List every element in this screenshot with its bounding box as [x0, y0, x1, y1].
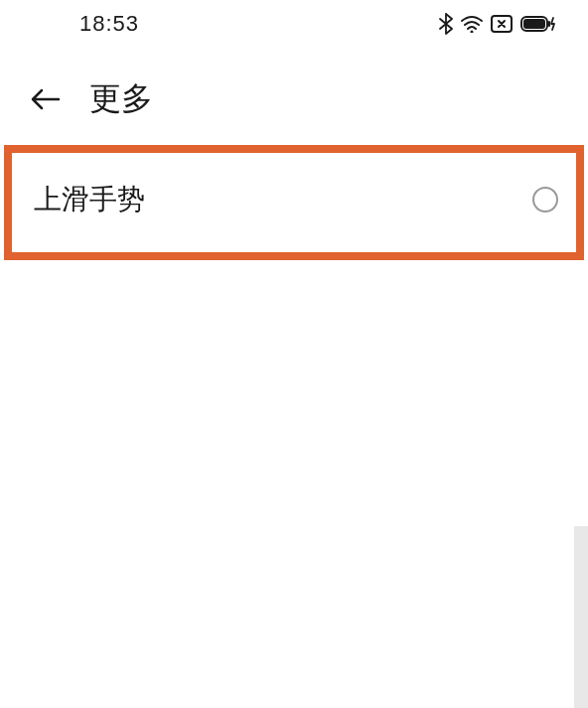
page-header: 更多 [0, 48, 588, 141]
back-button[interactable] [30, 83, 62, 115]
radio-unchecked-icon[interactable] [532, 187, 558, 212]
cast-close-icon [491, 15, 513, 33]
item-label: 上滑手势 [34, 181, 145, 218]
status-icons [439, 13, 556, 35]
highlighted-list-item: 上滑手势 [4, 145, 584, 260]
wifi-icon [461, 15, 483, 33]
page-title: 更多 [89, 77, 153, 121]
status-bar: 18:53 [0, 0, 588, 48]
bluetooth-icon [439, 13, 453, 35]
svg-point-0 [471, 31, 474, 34]
status-time: 18:53 [79, 11, 139, 37]
arrow-left-icon [31, 87, 61, 111]
scrollbar[interactable] [574, 526, 588, 708]
battery-icon [520, 15, 556, 33]
swipe-gesture-item[interactable]: 上滑手势 [12, 153, 576, 252]
svg-rect-4 [548, 21, 550, 27]
svg-rect-3 [523, 19, 545, 29]
